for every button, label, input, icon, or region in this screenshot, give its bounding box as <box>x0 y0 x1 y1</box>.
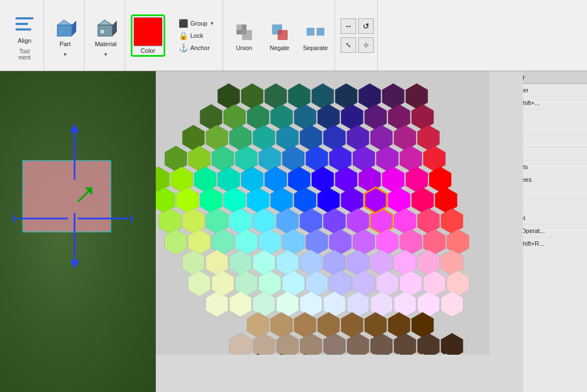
svg-marker-19 <box>70 124 79 132</box>
material-label: Material <box>95 41 116 47</box>
svg-rect-17 <box>317 28 324 36</box>
color-button[interactable]: Color <box>131 14 165 57</box>
svg-rect-1 <box>16 23 28 25</box>
part-dropdown-arrow: ▼ <box>63 52 68 57</box>
svg-marker-7 <box>98 20 112 25</box>
lock-button[interactable]: 🔒 Lock <box>176 30 217 41</box>
svg-marker-25 <box>131 214 134 223</box>
material-button[interactable]: ▦ Material <box>90 14 121 49</box>
viewport <box>0 71 156 392</box>
color-label: Color <box>141 47 155 54</box>
color-picker <box>156 71 523 392</box>
move-button[interactable]: ↔ <box>341 18 356 34</box>
group-button[interactable]: ⬛ Group ▼ <box>176 18 217 29</box>
group-label: Group <box>190 20 208 27</box>
select-button[interactable]: ⊹ <box>358 37 374 53</box>
part-label: Part <box>60 41 71 47</box>
toolbar: Align Tool ment Part ▼ <box>0 0 587 71</box>
separate-button[interactable]: Separate <box>300 18 332 53</box>
svg-rect-12 <box>242 24 246 30</box>
svg-marker-8 <box>112 21 117 36</box>
group-icon: ⬛ <box>179 19 188 28</box>
align-button[interactable]: Align <box>9 11 40 46</box>
toolbar-section-group-lock-anchor: ⬛ Group ▼ 🔒 Lock ⚓ Anchor <box>171 0 223 71</box>
svg-marker-23 <box>12 214 15 223</box>
color-swatch <box>134 17 162 46</box>
toolbar-section-align: Align Tool ment <box>6 0 44 71</box>
material-icon: ▦ <box>93 16 118 41</box>
svg-rect-2 <box>16 28 31 31</box>
negate-label: Negate <box>270 44 289 51</box>
negate-button[interactable]: Negate <box>264 18 295 53</box>
toolbar-section-material: ▦ Material ▼ <box>87 0 125 71</box>
union-button[interactable]: Union <box>229 18 260 53</box>
separate-icon <box>303 20 328 44</box>
toolbar-section-transform: ↔ ↺ ⤡ ⊹ <box>337 0 378 71</box>
svg-rect-15 <box>278 30 288 40</box>
part-icon <box>53 16 77 41</box>
lock-label: Lock <box>190 32 203 39</box>
svg-marker-5 <box>72 21 76 36</box>
union-icon <box>232 20 256 44</box>
svg-rect-13 <box>236 30 242 34</box>
svg-line-26 <box>78 191 89 202</box>
negate-icon <box>268 20 292 44</box>
hex-color-grid[interactable] <box>156 71 490 355</box>
svg-marker-4 <box>57 20 72 25</box>
align-label: Align <box>18 37 31 44</box>
scale-button[interactable]: ⤡ <box>341 37 356 53</box>
left-arrow <box>12 214 68 223</box>
toolbar-section-color: Color <box>127 0 169 71</box>
anchor-button[interactable]: ⚓ Anchor <box>176 42 217 53</box>
toolbar-section-part: Part ▼ <box>46 0 85 71</box>
group-dropdown-arrow: ▼ <box>210 21 215 26</box>
lock-icon: 🔒 <box>179 31 188 40</box>
terrain <box>0 71 156 392</box>
svg-marker-21 <box>70 260 79 269</box>
diagonal-arrow <box>61 185 95 219</box>
anchor-label: Anchor <box>190 44 210 51</box>
svg-rect-16 <box>307 28 314 36</box>
separate-label: Separate <box>303 44 328 51</box>
part-button[interactable]: Part <box>50 14 81 49</box>
rotate-button[interactable]: ↺ <box>358 18 374 34</box>
svg-rect-0 <box>16 17 33 19</box>
svg-rect-3 <box>57 25 72 36</box>
group-lock-anchor-group: ⬛ Group ▼ 🔒 Lock ⚓ Anchor <box>174 2 219 68</box>
toolbar-section-operations: Union Negate Separate <box>225 0 336 71</box>
align-icon <box>12 13 37 37</box>
up-arrow <box>70 124 79 180</box>
anchor-icon: ⚓ <box>179 43 188 52</box>
material-dropdown-arrow: ▼ <box>103 52 108 57</box>
tool-label: Tool ment <box>18 48 31 61</box>
svg-text:▦: ▦ <box>100 29 105 34</box>
svg-rect-11 <box>242 30 252 40</box>
union-label: Union <box>236 44 252 51</box>
